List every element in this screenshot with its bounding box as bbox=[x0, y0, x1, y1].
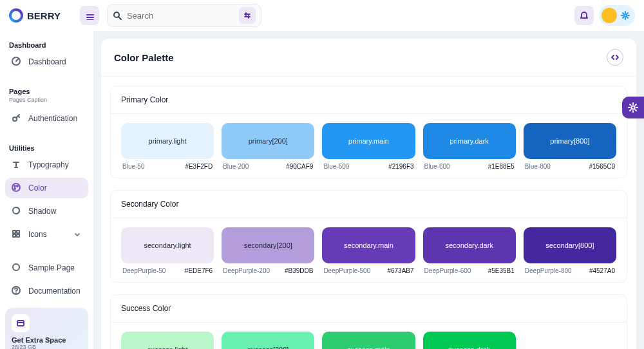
swatch: primary[800]Blue-800#1565C0 bbox=[524, 123, 616, 174]
svg-rect-10 bbox=[17, 231, 19, 233]
nav-typography-label: Typography bbox=[28, 160, 69, 169]
color-hex: #EDE7F6 bbox=[185, 267, 213, 274]
nav-icons[interactable]: Icons bbox=[5, 224, 88, 245]
color-hex: #2196F3 bbox=[388, 163, 413, 170]
color-chip[interactable]: secondary[200] bbox=[222, 227, 314, 263]
color-hex: #90CAF9 bbox=[286, 163, 313, 170]
settings-fab[interactable] bbox=[622, 97, 644, 118]
logo-mark-icon bbox=[9, 8, 23, 23]
view-code-button[interactable] bbox=[607, 49, 623, 66]
color-chip[interactable]: secondary[800] bbox=[524, 227, 616, 263]
svg-point-13 bbox=[13, 264, 19, 270]
color-hex: #5E35B1 bbox=[488, 267, 515, 274]
color-name: DeepPurple-800 bbox=[525, 267, 572, 274]
swatch: secondary[800]DeepPurple-800#4527A0 bbox=[524, 227, 616, 278]
svg-point-6 bbox=[17, 185, 18, 187]
color-chip[interactable]: success[200] bbox=[222, 332, 314, 349]
gauge-icon bbox=[12, 57, 22, 67]
color-name: Blue-600 bbox=[424, 163, 450, 170]
search-input[interactable] bbox=[127, 11, 239, 21]
chevron-down-icon bbox=[73, 230, 82, 239]
nav-color[interactable]: Color bbox=[5, 178, 88, 198]
code-icon bbox=[611, 53, 620, 62]
menu-toggle-button[interactable] bbox=[80, 6, 99, 25]
promo-title: Get Extra Space bbox=[12, 336, 82, 344]
gear-icon bbox=[621, 11, 630, 20]
section-pages-caption: Pages Caption bbox=[5, 97, 88, 107]
color-chip[interactable]: primary[200] bbox=[222, 123, 314, 159]
group-primary: Primary Colorprimary.lightBlue-50#E3F2FD… bbox=[110, 86, 627, 178]
palette-panel: Color Palette Primary Colorprimary.light… bbox=[101, 39, 636, 349]
color-chip[interactable]: success.dark bbox=[423, 332, 516, 349]
promo-card: Get Extra Space 28/23 GB Progress 80% bbox=[5, 308, 88, 349]
nav-dashboard[interactable]: Dashboard bbox=[5, 52, 88, 72]
color-chip[interactable]: primary.dark bbox=[423, 123, 516, 159]
color-chip[interactable]: primary.main bbox=[322, 123, 415, 159]
group-title: Success Color bbox=[111, 295, 627, 323]
svg-point-16 bbox=[632, 106, 635, 109]
menu-icon bbox=[85, 11, 94, 20]
color-hex: #4527A0 bbox=[589, 267, 615, 274]
brand-logo[interactable]: BERRY bbox=[9, 8, 61, 23]
color-hex: #E3F2FD bbox=[185, 163, 213, 170]
page-title: Color Palette bbox=[114, 52, 174, 63]
bell-icon bbox=[580, 11, 589, 20]
nav-sample-label: Sample Page bbox=[28, 263, 75, 272]
search-box[interactable] bbox=[107, 4, 261, 27]
nav-typography[interactable]: Typography bbox=[5, 155, 88, 175]
color-hex: #1565C0 bbox=[589, 163, 615, 170]
color-name: DeepPurple-600 bbox=[424, 267, 471, 274]
brand-name: BERRY bbox=[27, 10, 61, 21]
section-pages: Pages bbox=[5, 84, 88, 97]
topbar: BERRY bbox=[0, 0, 644, 31]
storage-icon bbox=[12, 314, 30, 332]
color-chip[interactable]: primary[800] bbox=[524, 123, 616, 159]
notifications-button[interactable] bbox=[574, 6, 594, 25]
nav-documentation[interactable]: Documentation bbox=[5, 281, 88, 301]
group-secondary: Secondary Colorsecondary.lightDeepPurple… bbox=[110, 190, 627, 283]
nav-icons-label: Icons bbox=[28, 230, 47, 239]
swatch: success.darkGreen-A700#00C853 bbox=[423, 332, 516, 349]
swatch: success[200]Green-A200#69F0AE bbox=[222, 332, 314, 349]
search-filter-button[interactable] bbox=[239, 7, 256, 24]
color-hex: #1E88E5 bbox=[488, 163, 515, 170]
color-chip[interactable]: secondary.main bbox=[322, 227, 415, 263]
nav-docs-label: Documentation bbox=[28, 287, 80, 296]
color-name: Blue-500 bbox=[323, 163, 349, 170]
svg-rect-11 bbox=[13, 234, 15, 237]
swatch: secondary.darkDeepPurple-600#5E35B1 bbox=[423, 227, 516, 278]
apps-icon bbox=[12, 229, 22, 240]
key-icon bbox=[12, 113, 22, 124]
group-title: Secondary Color bbox=[111, 191, 627, 218]
color-name: Blue-800 bbox=[525, 163, 551, 170]
color-name: Blue-50 bbox=[122, 163, 144, 170]
avatar bbox=[601, 8, 617, 23]
help-icon bbox=[12, 286, 22, 296]
svg-point-1 bbox=[624, 14, 627, 17]
promo-sub: 28/23 GB bbox=[12, 344, 82, 349]
color-chip[interactable]: secondary.light bbox=[121, 227, 214, 263]
svg-rect-9 bbox=[13, 231, 15, 233]
content[interactable]: Color Palette Primary Colorprimary.light… bbox=[93, 31, 644, 349]
nav-sample-page[interactable]: Sample Page bbox=[5, 258, 88, 278]
gear-icon bbox=[627, 102, 639, 113]
color-chip[interactable]: secondary.dark bbox=[423, 227, 516, 263]
color-chip[interactable]: primary.light bbox=[121, 123, 214, 159]
nav-shadow[interactable]: Shadow bbox=[5, 201, 88, 222]
profile-chip[interactable] bbox=[599, 5, 635, 26]
type-icon bbox=[12, 160, 22, 170]
svg-rect-12 bbox=[17, 234, 19, 237]
color-chip[interactable]: success.main bbox=[322, 332, 415, 349]
sidebar: Dashboard Dashboard Pages Pages Caption … bbox=[0, 31, 93, 349]
nav-shadow-label: Shadow bbox=[28, 207, 56, 216]
color-name: DeepPurple-50 bbox=[122, 267, 166, 274]
swatch: success.lightGreen-A100#B9F6CA bbox=[121, 332, 214, 349]
section-utilities: Utilities bbox=[5, 140, 88, 153]
svg-point-4 bbox=[12, 184, 20, 191]
color-chip[interactable]: success.light bbox=[121, 332, 214, 349]
swatch: primary.darkBlue-600#1E88E5 bbox=[423, 123, 516, 174]
nav-authentication[interactable]: Authentication bbox=[5, 108, 88, 129]
section-dashboard: Dashboard bbox=[5, 37, 88, 50]
color-name: DeepPurple-500 bbox=[323, 267, 370, 274]
color-hex: #B39DDB bbox=[285, 267, 313, 274]
